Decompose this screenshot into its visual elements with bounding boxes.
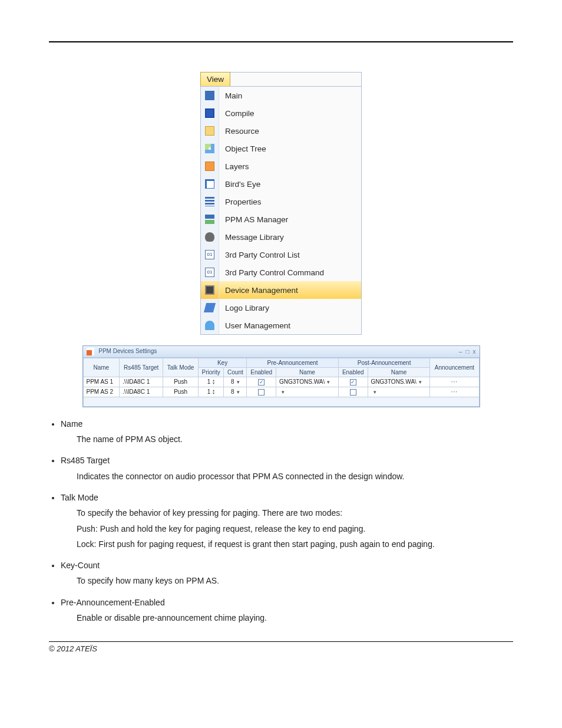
col-ann[interactable]: Announcement: [430, 358, 479, 377]
minimize-icon[interactable]: –: [459, 348, 462, 355]
bullet-talk-d2: Push: Push and hold the key for paging r…: [77, 523, 513, 535]
bullet-pre-desc: Enable or disable pre-announcement chime…: [77, 612, 513, 624]
cell-rs485[interactable]: .\\IDA8C 1: [120, 387, 163, 397]
layers-icon: [205, 162, 214, 171]
cell-ann[interactable]: ···: [430, 377, 479, 387]
bullet-talk-title: Talk Mode: [61, 493, 98, 502]
menu-item-main[interactable]: Main: [201, 87, 361, 104]
properties-icon: [205, 197, 214, 206]
cell-name[interactable]: PPM AS 2: [83, 387, 120, 397]
menu-label: Logo Library: [219, 304, 269, 312]
checkbox-icon: [258, 379, 265, 386]
menu-item-ppm-as-manager[interactable]: PPM AS Manager: [201, 210, 361, 228]
window-title: PPM Devices Settings: [87, 348, 157, 355]
compile-icon: [205, 108, 214, 118]
bullet-key-title: Key-Count: [61, 561, 100, 570]
menu-item-logo-library[interactable]: Logo Library: [201, 299, 361, 317]
col-post[interactable]: Post-Announcement: [338, 358, 430, 368]
menu-label: Compile: [219, 109, 254, 118]
cell-count[interactable]: 8: [224, 387, 247, 397]
menu-item-object-tree[interactable]: Object Tree: [201, 140, 361, 157]
ppm-as-manager-icon: [205, 215, 214, 224]
cell-post-name[interactable]: [368, 387, 430, 397]
menu-label: Resource: [219, 127, 259, 136]
menu-label: PPM AS Manager: [219, 215, 288, 224]
menu-item-third-party-list[interactable]: 01 3rd Party Control List: [201, 246, 361, 263]
bullet-rs485-title: Rs485 Target: [61, 456, 110, 465]
col-post-enabled[interactable]: Enabled: [338, 368, 368, 377]
col-key[interactable]: Key: [198, 358, 247, 368]
cell-name[interactable]: PPM AS 1: [83, 377, 120, 387]
bullet-name-desc: The name of PPM AS object.: [77, 433, 513, 445]
object-tree-icon: [205, 144, 214, 153]
cell-post-name[interactable]: GNG3TONS.WA\: [368, 377, 430, 387]
view-menu: View Main Compile Resource Object Tree L…: [200, 72, 362, 335]
menu-item-user-management[interactable]: User Management: [201, 317, 361, 334]
col-post-name[interactable]: Name: [368, 368, 430, 377]
menu-label: Object Tree: [219, 144, 266, 153]
menu-label: 3rd Party Control List: [219, 251, 300, 259]
bullet-pre-title: Pre-Announcement-Enabled: [61, 598, 165, 607]
col-count[interactable]: Count: [224, 368, 247, 377]
menu-label: Message Library: [219, 233, 284, 242]
cell-pre-name[interactable]: [276, 387, 339, 397]
menu-item-resource[interactable]: Resource: [201, 122, 361, 140]
col-pre-name[interactable]: Name: [276, 368, 339, 377]
cell-pre-enabled[interactable]: [247, 377, 276, 387]
menu-label: User Management: [219, 321, 290, 330]
bullet-key-desc: To specify how many keys on PPM AS.: [77, 575, 513, 587]
checkbox-icon: [258, 389, 265, 396]
cell-pre-enabled[interactable]: [247, 387, 276, 397]
menu-item-message-library[interactable]: Message Library: [201, 228, 361, 246]
col-name[interactable]: Name: [83, 358, 120, 377]
third-party-list-icon: 01: [205, 250, 214, 259]
menu-item-properties[interactable]: Properties: [201, 193, 361, 210]
cell-pre-name[interactable]: GNG3TONS.WA\: [276, 377, 339, 387]
cell-talk[interactable]: Push: [163, 387, 198, 397]
birds-eye-icon: [205, 179, 214, 189]
window-app-icon: [87, 348, 94, 355]
bullet-rs485-desc: Indicates the connector on audio process…: [77, 470, 513, 482]
col-pre[interactable]: Pre-Announcement: [247, 358, 339, 368]
view-tab[interactable]: View: [200, 72, 230, 86]
cell-count[interactable]: 8: [224, 377, 247, 387]
col-priority[interactable]: Priority: [198, 368, 224, 377]
logo-library-icon: [204, 303, 216, 312]
cell-priority[interactable]: 1▴▾: [198, 387, 224, 397]
user-management-icon: [205, 321, 214, 330]
resource-icon: [205, 126, 214, 136]
message-library-icon: [205, 232, 214, 242]
menu-label: Main: [219, 91, 242, 100]
menu-item-birds-eye[interactable]: Bird's Eye: [201, 175, 361, 193]
cell-rs485[interactable]: .\\IDA8C 1: [120, 377, 163, 387]
third-party-command-icon: 01: [205, 268, 214, 277]
bullet-talk-d3: Lock: First push for paging request, if …: [77, 538, 513, 550]
col-talk[interactable]: Talk Mode: [163, 358, 198, 377]
col-rs485[interactable]: Rs485 Target: [120, 358, 163, 377]
maximize-icon[interactable]: □: [465, 348, 469, 355]
col-pre-enabled[interactable]: Enabled: [247, 368, 276, 377]
device-management-icon: [205, 285, 214, 295]
menu-label: Bird's Eye: [219, 180, 260, 189]
checkbox-icon: [350, 389, 356, 396]
checkbox-icon: [350, 379, 356, 386]
menu-item-layers[interactable]: Layers: [201, 157, 361, 175]
table-row: PPM AS 1 .\\IDA8C 1 Push 1▴▾ 8 GNG3TONS.…: [83, 377, 479, 387]
menu-label: 3rd Party Control Command: [219, 268, 324, 277]
cell-post-enabled[interactable]: [338, 387, 368, 397]
settings-grid: Name Rs485 Target Talk Mode Key Pre-Anno…: [83, 358, 480, 407]
bullet-talk-d1: To specify the behavior of key pressing …: [77, 507, 513, 519]
menu-item-device-management[interactable]: Device Management: [201, 281, 361, 299]
menu-label: Device Management: [219, 286, 298, 295]
ppm-devices-settings-window: PPM Devices Settings – □ x Name Rs485 Ta…: [82, 345, 480, 407]
menu-label: Properties: [219, 197, 262, 206]
bullet-name-title: Name: [61, 419, 82, 429]
close-icon[interactable]: x: [473, 348, 476, 355]
menu-item-compile[interactable]: Compile: [201, 104, 361, 122]
cell-post-enabled[interactable]: [338, 377, 368, 387]
main-icon: [205, 91, 214, 100]
cell-priority[interactable]: 1▴▾: [198, 377, 224, 387]
cell-talk[interactable]: Push: [163, 377, 198, 387]
menu-item-third-party-command[interactable]: 01 3rd Party Control Command: [201, 263, 361, 281]
cell-ann[interactable]: ···: [430, 387, 479, 397]
